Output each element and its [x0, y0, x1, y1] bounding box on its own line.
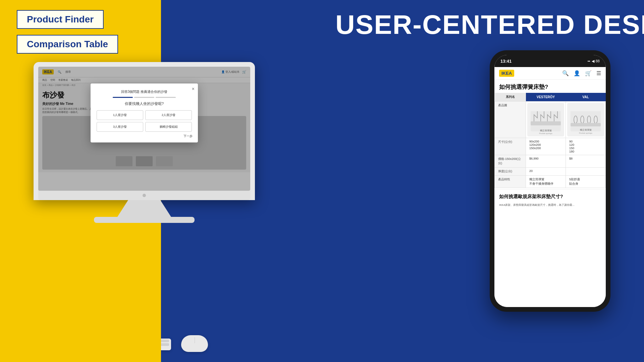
table-cell-img2: 獨立筒彈簧 Pocket springs [566, 102, 606, 138]
wifi-icon: ◀ [592, 59, 594, 63]
monitor-chin [38, 191, 250, 200]
table-cell-feat2: 5段舒適 貼合身 [566, 176, 606, 188]
svg-text:獨立筒彈簧: 獨立筒彈簧 [540, 129, 552, 132]
tag-container: Product Finder Comparison Table [17, 10, 118, 60]
monitor-screen: IKEA 🔍 搜尋 👤 登入/或站吊 🛒 商品 空間 有要整成 每品系列 首頁 … [38, 67, 250, 191]
svg-text:Pocket springs: Pocket springs [579, 132, 592, 134]
table-cell-label-image: 產品圖 [495, 102, 526, 138]
monitor-base [94, 217, 195, 223]
main-title: USER-CENTERED DESIGN [335, 9, 644, 40]
phone-time: 13:41 [500, 59, 512, 64]
mouse [181, 335, 208, 352]
product-img-2: 獨立筒彈簧 Pocket springs [567, 103, 604, 136]
table-cell-price2: $8 [566, 155, 606, 168]
table-cell-price1: $6,990 [526, 155, 566, 168]
table-cell-thick2 [566, 168, 606, 176]
svg-rect-5 [571, 108, 601, 131]
phone-account-icon[interactable]: 👤 [574, 70, 580, 76]
phone-search-icon[interactable]: 🔍 [562, 70, 569, 76]
phone-cart-icon[interactable]: 🛒 [585, 70, 592, 76]
phone-menu-icon[interactable]: ☰ [596, 70, 601, 76]
phone-page-title: 如何挑選彈簧床墊? [494, 80, 606, 93]
table-row-price: 價格-150x200(公分) $6,990 $8 [495, 155, 606, 168]
svg-rect-0 [531, 108, 561, 131]
phone-mockup: 13:41 ▪▪ ◀ 88 IKEA 🔍 👤 🛒 ☰ 如何挑選彈簧床墊 [490, 50, 610, 312]
table-cell-img1: 獨立筒彈簧 Pocket springs [526, 102, 566, 138]
table-cell-label-feat: 產品特性 [495, 176, 526, 188]
table-row-image: 產品圖 [495, 102, 606, 138]
svg-rect-2 [531, 108, 561, 111]
comparison-table-tag[interactable]: Comparison Table [17, 35, 118, 54]
svg-text:Pocket springs: Pocket springs [539, 132, 552, 134]
modal-options: 1人座沙發 2人座沙發 3人座沙發 躺椅沙發組組 [97, 110, 192, 132]
table-header-label: 系列名 [495, 93, 526, 102]
phone-bottom-title: 如何挑選歐規床架和床墊尺寸? [494, 189, 606, 202]
table-header-col2: VAL [566, 93, 606, 102]
product-finder-tag[interactable]: Product Finder [17, 10, 104, 29]
table-cell-dim1: 90x200 120x200 150x200 [526, 138, 566, 155]
table-header-col1: VESTERÖY [526, 93, 566, 102]
option-1-person[interactable]: 1人座沙發 [97, 110, 143, 120]
phone-status-bar: 13:41 ▪▪ ◀ 88 [494, 55, 606, 67]
signal-icon: ▪▪ [588, 59, 590, 63]
phone-screen: 13:41 ▪▪ ◀ 88 IKEA 🔍 👤 🛒 ☰ 如何挑選彈簧床墊 [494, 55, 606, 307]
table-cell-label-price: 價格-150x200(公分) [495, 155, 526, 168]
table-cell-feat1: 獨立筒彈簧 不會干擾身體睡伴 [526, 176, 566, 188]
phone-ikea-logo: IKEA [499, 70, 514, 77]
comparison-table: 系列名 VESTERÖY VAL 產品圖 [494, 93, 606, 188]
option-2-person[interactable]: 2人座沙發 [145, 110, 192, 120]
table-row-features: 產品特性 獨立筒彈簧 不會干擾身體睡伴 5段舒適 貼合身 [495, 176, 606, 188]
svg-rect-6 [571, 123, 601, 126]
phone-bottom-desc: IKEA床架、床墊與寢具組皆為歐規尺寸，挑選時，為了讓你最... [494, 202, 606, 208]
modal-progress [97, 97, 192, 98]
table-row-thickness: 厚度(公分) 20 [495, 168, 606, 176]
modal-next-button[interactable]: 下一步 [183, 134, 193, 138]
modal-title: 回答3個問題 推薦適合你的沙發 [97, 89, 192, 94]
modal-question: 你要找幾人坐的沙發呢? [97, 101, 192, 106]
desktop-mockup: IKEA 🔍 搜尋 👤 登入/或站吊 🛒 商品 空間 有要整成 每品系列 首頁 … [34, 62, 255, 223]
table-cell-thick1: 20 [526, 168, 566, 176]
product-img-1: 獨立筒彈簧 Pocket springs [527, 103, 564, 136]
phone-ikea-nav: IKEA 🔍 👤 🛒 ☰ [494, 67, 606, 80]
modal-close-button[interactable]: × [192, 86, 195, 92]
svg-rect-7 [571, 108, 601, 111]
option-recliner[interactable]: 躺椅沙發組組 [145, 122, 192, 132]
table-row-dimensions: 尺寸(公分) 90x200 120x200 150x200 90 120 150… [495, 138, 606, 155]
phone-status-icons: ▪▪ ◀ 88 [588, 59, 600, 63]
phone-content: IKEA 🔍 👤 🛒 ☰ 如何挑選彈簧床墊? 系列名 VESTERÖY VAL [494, 67, 606, 307]
table-cell-label-dim: 尺寸(公分) [495, 138, 526, 155]
monitor-stand [117, 200, 171, 217]
battery-icon: 88 [596, 59, 600, 63]
phone-notch [532, 57, 569, 65]
monitor-camera [143, 194, 146, 197]
svg-text:獨立筒彈簧: 獨立筒彈簧 [580, 129, 592, 131]
ikea-website: IKEA 🔍 搜尋 👤 登入/或站吊 🛒 商品 空間 有要整成 每品系列 首頁 … [38, 67, 250, 191]
table-cell-dim2: 90 120 150 180 [566, 138, 606, 155]
modal-overlay: × 回答3個問題 推薦適合你的沙發 你要找幾人坐的沙發呢? 1人座沙發 2人座沙… [38, 67, 250, 191]
svg-rect-1 [531, 121, 561, 125]
option-3-person[interactable]: 3人座沙發 [97, 122, 143, 132]
table-cell-label-thick: 厚度(公分) [495, 168, 526, 176]
phone-nav-icons: 🔍 👤 🛒 ☰ [562, 70, 601, 76]
modal-box: × 回答3個問題 推薦適合你的沙發 你要找幾人坐的沙發呢? 1人座沙發 2人座沙… [91, 83, 198, 142]
monitor-outer: IKEA 🔍 搜尋 👤 登入/或站吊 🛒 商品 空間 有要整成 每品系列 首頁 … [34, 62, 255, 200]
